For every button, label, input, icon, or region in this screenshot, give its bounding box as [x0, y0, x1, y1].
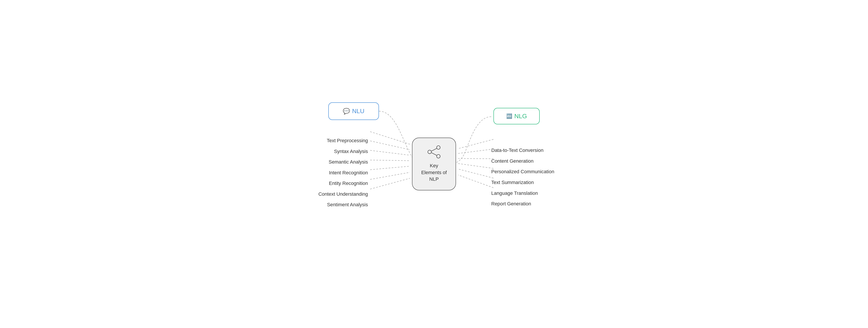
svg-point-1	[428, 150, 431, 154]
diagram-container: 💬 NLU 🔤 NLG Key Elements of NLP Text Pre…	[302, 96, 566, 232]
nlg-icon: 🔤	[506, 113, 512, 119]
list-item: Entity Recognition	[302, 178, 372, 189]
list-item: Text Summarization	[487, 177, 566, 188]
svg-point-2	[437, 155, 440, 158]
svg-point-0	[437, 146, 440, 149]
nlu-box: 💬 NLU	[328, 102, 379, 120]
list-item: Data-to-Text Conversion	[487, 145, 566, 156]
list-item: Report Generation	[487, 199, 566, 209]
list-item: Context Understanding	[302, 189, 372, 200]
list-item: Semantic Analysis	[302, 157, 372, 167]
nlg-box: 🔤 NLG	[493, 108, 540, 124]
list-item: Sentiment Analysis	[302, 199, 372, 210]
nlu-icon: 💬	[343, 108, 350, 115]
list-item: Language Translation	[487, 188, 566, 199]
center-box: Key Elements of NLP	[412, 138, 456, 190]
nlg-label: NLG	[515, 113, 527, 120]
list-item: Syntax Analysis	[302, 146, 372, 157]
list-item: Text Preprocessing	[302, 135, 372, 146]
list-item: Content Generation	[487, 156, 566, 167]
svg-line-3	[431, 149, 437, 151]
center-label: Key Elements of NLP	[421, 162, 447, 183]
share-icon	[426, 145, 442, 159]
list-item: Personalized Communication	[487, 166, 566, 177]
list-item: Intent Recognition	[302, 167, 372, 178]
nlu-label: NLU	[352, 108, 365, 115]
svg-line-4	[431, 153, 437, 156]
